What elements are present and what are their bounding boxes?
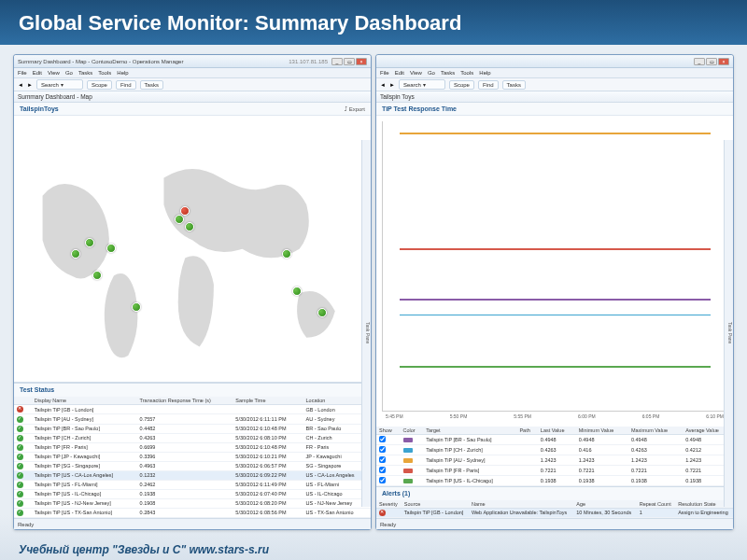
legend-row[interactable]: Tailspin TiP [FR - Paris]0.72210.72210.7… [376, 465, 733, 475]
minimize-button[interactable]: _ [694, 58, 705, 65]
search-dropdown[interactable]: Search ▾ [36, 79, 83, 90]
close-button[interactable]: × [356, 58, 367, 65]
table-row[interactable]: Tailspin TiP [US - CA-Los Angeles]0.1232… [14, 470, 371, 480]
menu-edit[interactable]: Edit [33, 70, 42, 76]
scope-button[interactable]: Scope [87, 80, 112, 90]
export-button[interactable]: ⤴ Export [345, 106, 365, 112]
table-row[interactable]: Tailspin TiP [US - TX-San Antonio]0.2843… [14, 508, 371, 517]
menu-help[interactable]: Help [479, 70, 490, 76]
chart-series-line [400, 366, 710, 368]
chart-series-line [400, 299, 710, 301]
pane-header: Summary Dashboard - Map [14, 91, 371, 103]
table-row[interactable]: Tailspin TiP [GB - London]GB - London [14, 405, 371, 414]
task-pane-tab[interactable]: Task Pane [361, 140, 371, 507]
titlebar: Summary Dashboard - Map - ContosoDemo - … [14, 55, 371, 68]
chart-series-line [400, 315, 710, 316]
map-node[interactable] [292, 287, 302, 296]
slide-title: Global Service Monitor: Summary Dashboar… [0, 0, 747, 45]
show-checkbox[interactable] [379, 456, 386, 463]
test-status-table[interactable]: Display NameTransaction Response Time (s… [14, 397, 371, 518]
pane-header: Tailspin Toys [376, 91, 733, 103]
status-bar: Ready [14, 518, 371, 529]
menu-file[interactable]: File [380, 70, 389, 76]
map-node[interactable] [92, 271, 102, 280]
response-time-chart: 5:45 PM5:50 PM5:55 PM6:00 PM6:05 PM6:10 … [376, 116, 733, 427]
find-button[interactable]: Find [116, 80, 136, 90]
close-button[interactable]: × [718, 58, 729, 65]
alert-row[interactable]: Tailspin TiP [GB - London]Web Applicatio… [376, 508, 733, 517]
map-node[interactable] [132, 302, 141, 312]
menu-help[interactable]: Help [117, 70, 128, 76]
status-bar: Ready [376, 518, 733, 529]
menubar: FileEditViewGoTasksToolsHelp [376, 68, 733, 78]
menu-tools[interactable]: Tools [98, 70, 111, 76]
ip-label: 131.107.81.185 [289, 59, 328, 64]
table-row[interactable]: Tailspin TiP [AU - Sydney]0.75575/30/201… [14, 414, 371, 424]
show-checkbox[interactable] [379, 436, 386, 442]
menu-tools[interactable]: Tools [460, 70, 473, 76]
tasks-button[interactable]: Tasks [502, 80, 526, 90]
chart-title-bar: TiP Test Response Time [376, 103, 733, 116]
maximize-button[interactable]: ▭ [706, 58, 717, 65]
show-checkbox[interactable] [379, 446, 386, 453]
chart-legend-table[interactable]: ShowColorTargetPathLast ValueMinimum Val… [376, 427, 733, 486]
table-row[interactable]: Tailspin TiP [BR - Sao Paulo]0.44825/30/… [14, 424, 371, 433]
tasks-button[interactable]: Tasks [140, 80, 163, 90]
legend-row[interactable]: Tailspin TiP [BR - Sao Paulo]0.49480.494… [376, 434, 733, 444]
chart-series-line [400, 248, 710, 250]
menu-go[interactable]: Go [428, 70, 435, 76]
legend-row[interactable]: Tailspin TiP [AU - Sydney]1.24231.24231.… [376, 455, 733, 465]
menubar: FileEditViewGoTasksToolsHelp [14, 68, 371, 78]
menu-go[interactable]: Go [65, 70, 73, 76]
task-pane-tab[interactable]: Task Pane [724, 140, 733, 507]
left-window: Summary Dashboard - Map - ContosoDemo - … [13, 54, 372, 530]
menu-tasks[interactable]: Tasks [441, 70, 455, 76]
slide-footer: Учебный центр "Звезды и С" www.stars-s.r… [19, 543, 269, 556]
screenshot-area: Summary Dashboard - Map - ContosoDemo - … [13, 54, 734, 530]
map-node[interactable] [71, 249, 80, 259]
table-row[interactable]: Tailspin TiP [SG - Singapore]0.49635/30/… [14, 461, 371, 470]
legend-row[interactable]: Tailspin TiP [CH - Zurich]0.42630.4160.4… [376, 444, 733, 455]
forward-icon[interactable]: ► [27, 82, 33, 88]
table-row[interactable]: Tailspin TiP [US - IL-Chicago]0.19385/30… [14, 489, 371, 498]
forward-icon[interactable]: ► [389, 82, 395, 88]
map-node[interactable] [175, 215, 184, 224]
menu-view[interactable]: View [48, 70, 60, 76]
back-icon[interactable]: ◄ [18, 82, 23, 88]
alerts-table[interactable]: SeveritySourceNameAgeRepeat CountResolut… [376, 500, 733, 518]
table-row[interactable]: Tailspin TiP [JP - Kawaguchi]0.33965/30/… [14, 452, 371, 461]
chart-series-line [400, 133, 710, 134]
maximize-button[interactable]: ▭ [344, 58, 355, 65]
table-row[interactable]: Tailspin TiP [US - NJ-New Jersey]0.19085… [14, 498, 371, 508]
toolbar: ◄ ► Search ▾ Scope Find Tasks [14, 78, 371, 91]
menu-edit[interactable]: Edit [395, 70, 404, 76]
map-node[interactable] [317, 308, 327, 317]
org-bar: TailspinToys ⤴ Export [14, 103, 371, 116]
org-name: TailspinToys [20, 105, 59, 112]
alerts-header: Alerts (1) [376, 487, 733, 500]
world-map[interactable] [14, 116, 371, 383]
map-node[interactable] [180, 206, 190, 216]
menu-view[interactable]: View [410, 70, 422, 76]
show-checkbox[interactable] [379, 477, 386, 483]
back-icon[interactable]: ◄ [380, 82, 386, 88]
legend-row[interactable]: Tailspin TiP [US - IL-Chicago]0.19380.19… [376, 475, 733, 485]
map-node[interactable] [282, 249, 291, 259]
right-window: _ ▭ × FileEditViewGoTasksToolsHelp ◄ ► S… [375, 54, 734, 530]
chart-title: TiP Test Response Time [382, 105, 457, 112]
find-button[interactable]: Find [478, 80, 499, 90]
minimize-button[interactable]: _ [331, 58, 343, 65]
scope-button[interactable]: Scope [449, 80, 474, 90]
table-row[interactable]: Tailspin TiP [FR - Paris]0.66995/30/2012… [14, 442, 371, 452]
table-row[interactable]: Tailspin TiP [US - FL-Miami]0.24625/30/2… [14, 480, 371, 489]
test-status-header: Test Status [14, 384, 371, 397]
table-row[interactable]: Tailspin TiP [CH - Zurich]0.42635/30/201… [14, 433, 371, 442]
window-title: Summary Dashboard - Map - ContosoDemo - … [18, 59, 289, 64]
menu-tasks[interactable]: Tasks [78, 70, 92, 76]
show-checkbox[interactable] [379, 467, 386, 473]
search-dropdown[interactable]: Search ▾ [399, 79, 445, 90]
menu-file[interactable]: File [18, 70, 27, 76]
toolbar: ◄ ► Search ▾ Scope Find Tasks [376, 78, 733, 91]
titlebar: _ ▭ × [376, 55, 733, 68]
